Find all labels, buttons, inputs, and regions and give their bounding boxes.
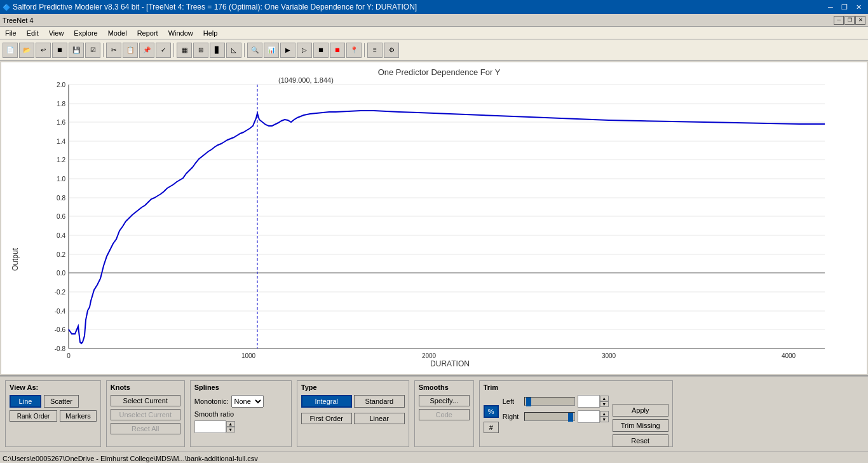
specify-button[interactable]: Specify... bbox=[419, 395, 470, 406]
right-value-down[interactable]: ▼ bbox=[600, 417, 609, 422]
trim-hash-button[interactable]: # bbox=[484, 422, 499, 433]
minimize-button[interactable]: ─ bbox=[824, 0, 837, 14]
toolbar-paste[interactable]: 📌 bbox=[139, 43, 154, 58]
close-button[interactable]: ✕ bbox=[851, 0, 865, 14]
toolbar-stop[interactable]: ⏹ bbox=[313, 43, 329, 58]
title-bar-controls[interactable]: ─ ❐ ✕ bbox=[824, 0, 865, 14]
main-content: One Predictor Dependence For Y Output DU… bbox=[1, 62, 867, 374]
menu-file[interactable]: File bbox=[0, 27, 22, 39]
window-title: Salford Predictive Modeler v8.3 64 bit -… bbox=[13, 3, 417, 11]
reset-button[interactable]: Reset bbox=[613, 434, 668, 447]
trim-missing-button[interactable]: Trim Missing bbox=[613, 419, 668, 432]
left-value-input[interactable]: 0 bbox=[578, 395, 600, 408]
toolbar-grid[interactable]: ⊞ bbox=[193, 43, 208, 58]
type-linear-button[interactable]: Linear bbox=[354, 413, 405, 424]
left-value-up[interactable]: ▲ bbox=[600, 396, 609, 401]
knots-title: Knots bbox=[111, 384, 180, 391]
view-rank-order-button[interactable]: Rank Order bbox=[10, 410, 57, 422]
smooth-ratio-up[interactable]: ▲ bbox=[226, 421, 235, 427]
toolbar-open[interactable]: 📂 bbox=[19, 43, 34, 58]
view-line-button[interactable]: Line bbox=[10, 395, 41, 408]
left-value-down[interactable]: ▼ bbox=[600, 401, 609, 407]
apply-button[interactable]: Apply bbox=[613, 404, 668, 417]
toolbar-bar[interactable]: ▊ bbox=[210, 43, 225, 58]
code-button[interactable]: Code bbox=[419, 409, 470, 420]
left-slider[interactable] bbox=[524, 397, 575, 406]
right-value-input[interactable]: 100 bbox=[578, 410, 600, 423]
menu-report[interactable]: Report bbox=[132, 27, 163, 39]
svg-text:(1049.000, 1.844): (1049.000, 1.844) bbox=[278, 76, 334, 84]
unselect-current-button[interactable]: Unselect Current bbox=[111, 409, 180, 420]
toolbar-copy[interactable]: 📋 bbox=[123, 43, 138, 58]
menu-explore[interactable]: Explore bbox=[69, 27, 102, 39]
toolbar-cut[interactable]: ✂ bbox=[106, 43, 121, 58]
view-scatter-button[interactable]: Scatter bbox=[44, 395, 79, 408]
svg-text:DURATION: DURATION bbox=[430, 359, 470, 368]
toolbar-new[interactable]: 📄 bbox=[3, 43, 18, 58]
toolbar-stop2[interactable]: ⏹ bbox=[330, 43, 345, 58]
reset-all-button[interactable]: Reset All bbox=[111, 423, 180, 434]
view-as-title: View As: bbox=[10, 384, 97, 391]
status-text: C:\Users\e0005267\OneDrive - Elmhurst Co… bbox=[3, 455, 258, 462]
svg-text:3000: 3000 bbox=[602, 352, 616, 359]
left-label: Left bbox=[503, 397, 522, 405]
toolbar-check[interactable]: ✓ bbox=[156, 43, 171, 58]
svg-text:1.6: 1.6 bbox=[57, 119, 65, 126]
right-value-up[interactable]: ▲ bbox=[600, 411, 609, 417]
monotonic-label: Monotonic: bbox=[194, 397, 229, 405]
inner-close-btn[interactable]: ✕ bbox=[855, 16, 865, 25]
type-first-order-button[interactable]: First Order bbox=[301, 413, 352, 424]
svg-text:0.2: 0.2 bbox=[57, 251, 65, 258]
toolbar-table[interactable]: ▦ bbox=[177, 43, 192, 58]
view-markers-button[interactable]: Markers bbox=[60, 410, 97, 422]
inner-restore-btn[interactable]: ❐ bbox=[844, 16, 855, 25]
menu-edit[interactable]: Edit bbox=[22, 27, 44, 39]
toolbar-play[interactable]: ▶ bbox=[280, 43, 295, 58]
trim-percent-button[interactable]: % bbox=[484, 405, 499, 418]
monotonic-select[interactable]: None Up Down bbox=[231, 395, 264, 408]
menu-window[interactable]: Window bbox=[163, 27, 198, 39]
select-current-button[interactable]: Select Current bbox=[111, 395, 180, 406]
smooth-ratio-down[interactable]: ▼ bbox=[226, 427, 235, 432]
toolbar-config[interactable]: ⚙ bbox=[384, 43, 399, 58]
toolbar-area[interactable]: ◺ bbox=[226, 43, 241, 58]
chart-title: One Predictor Dependence For Y bbox=[378, 67, 501, 77]
toolbar-play2[interactable]: ▷ bbox=[297, 43, 312, 58]
svg-text:-0.4: -0.4 bbox=[55, 308, 66, 315]
svg-text:2000: 2000 bbox=[422, 352, 437, 359]
splines-section: Splines Monotonic: None Up Down Smooth r… bbox=[190, 380, 292, 447]
toolbar-chart[interactable]: 📊 bbox=[264, 43, 279, 58]
svg-text:0.4: 0.4 bbox=[57, 232, 65, 239]
menu-bar: File Edit View Explore Model Report Wind… bbox=[0, 27, 868, 39]
restore-button[interactable]: ❐ bbox=[837, 0, 851, 14]
svg-text:Output: Output bbox=[11, 247, 20, 271]
toolbar-btn4[interactable]: ⏹ bbox=[52, 43, 67, 58]
svg-text:-0.8: -0.8 bbox=[55, 345, 66, 352]
menu-help[interactable]: Help bbox=[198, 27, 223, 39]
toolbar-zoom[interactable]: 🔍 bbox=[247, 43, 262, 58]
chart-svg[interactable]: One Predictor Dependence For Y Output DU… bbox=[1, 62, 867, 374]
svg-text:1.8: 1.8 bbox=[57, 100, 65, 107]
menu-model[interactable]: Model bbox=[103, 27, 132, 39]
inner-minimize-btn[interactable]: ─ bbox=[834, 16, 844, 25]
toolbar-gps[interactable]: 📍 bbox=[346, 43, 362, 58]
svg-text:-0.2: -0.2 bbox=[55, 289, 66, 296]
smooth-ratio-spinner[interactable]: ▲ ▼ bbox=[226, 421, 235, 432]
svg-text:0.0: 0.0 bbox=[57, 270, 65, 277]
title-bar: 🔷 Salford Predictive Modeler v8.3 64 bit… bbox=[0, 0, 868, 14]
right-slider[interactable] bbox=[524, 412, 575, 421]
type-integral-button[interactable]: Integral bbox=[301, 395, 352, 408]
toolbar-btn3[interactable]: ↩ bbox=[36, 43, 51, 58]
toolbar-btn6[interactable]: ☑ bbox=[85, 43, 100, 58]
knots-section: Knots Select Current Unselect Current Re… bbox=[106, 380, 185, 447]
smooth-ratio-label: Smooth ratio bbox=[194, 410, 234, 418]
trim-section: Trim % # Left 0 ▲ ▼ bbox=[479, 380, 673, 447]
svg-text:1.4: 1.4 bbox=[57, 138, 65, 145]
type-standard-button[interactable]: Standard bbox=[354, 395, 405, 408]
smooth-ratio-input[interactable]: 0 bbox=[194, 420, 226, 433]
smooths-section: Smooths Specify... Code bbox=[414, 380, 474, 447]
svg-text:1.2: 1.2 bbox=[57, 156, 65, 163]
toolbar-btn5[interactable]: 💾 bbox=[69, 43, 84, 58]
menu-view[interactable]: View bbox=[44, 27, 69, 39]
toolbar-list[interactable]: ≡ bbox=[367, 43, 383, 58]
